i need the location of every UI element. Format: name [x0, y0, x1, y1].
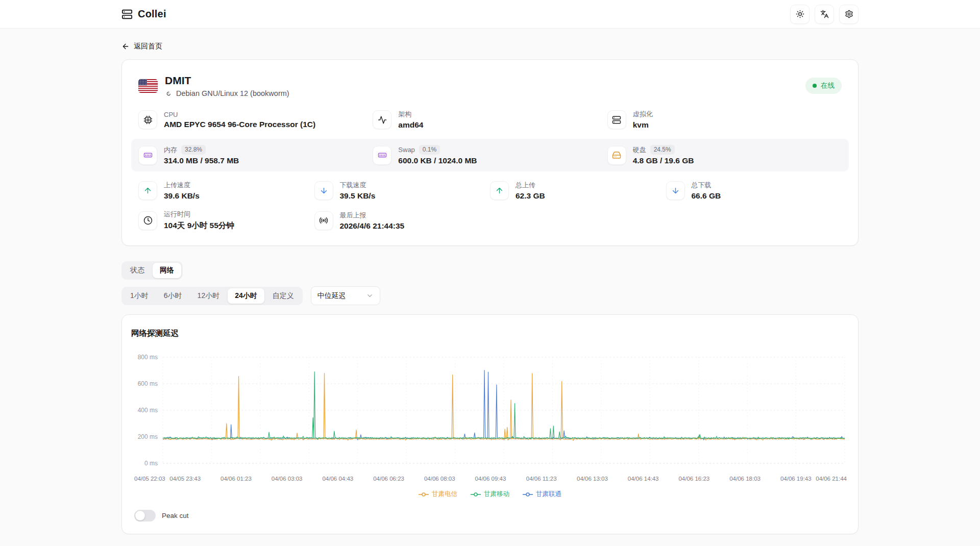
gear-icon [845, 10, 853, 18]
legend-item[interactable]: 甘肃电信 [419, 490, 457, 499]
x-tick-label: 04/06 21:44 [816, 476, 847, 482]
view-tabs: 状态 网络 [121, 261, 183, 280]
x-tick-label: 04/06 09:43 [475, 476, 506, 482]
settings-button[interactable] [839, 5, 859, 24]
series-line [163, 370, 845, 440]
clock-icon [138, 211, 157, 230]
tab-status[interactable]: 状态 [123, 263, 152, 278]
memory-percent-badge: 32.8% [181, 145, 206, 155]
svg-text:600 ms: 600 ms [138, 380, 158, 387]
disk-percent-badge: 24.5% [650, 145, 675, 155]
metric-select-value: 中位延迟 [317, 291, 346, 301]
legend-marker-icon [419, 492, 429, 497]
x-tick-label: 04/06 13:03 [577, 476, 608, 482]
latency-chart-card: 网络探测延迟 0 ms200 ms400 ms600 ms800 ms 04/0… [121, 314, 859, 534]
time-range-1h[interactable]: 1小时 [123, 288, 156, 304]
sun-icon [796, 10, 804, 18]
ram-icon [373, 146, 391, 165]
peak-cut-label: Peak cut [162, 512, 189, 519]
arrow-up-icon [138, 181, 157, 200]
x-tick-label: 04/06 11:23 [526, 476, 557, 482]
online-dot-icon [813, 84, 817, 88]
legend-marker-icon [471, 492, 481, 497]
time-range-6h[interactable]: 6小时 [157, 288, 189, 304]
stat-total-upload: 总上传 62.3 GB [490, 181, 666, 201]
svg-text:400 ms: 400 ms [138, 407, 158, 414]
status-badge: 在线 [805, 78, 842, 94]
x-tick-label: 04/06 18:03 [729, 476, 761, 482]
chevron-down-icon [366, 292, 374, 300]
x-tick-label: 04/05 22:03 [134, 476, 165, 482]
legend-item[interactable]: 甘肃联通 [523, 490, 561, 499]
time-range-12h[interactable]: 12小时 [190, 288, 227, 304]
peak-cut-toggle[interactable] [134, 510, 156, 522]
server-card: DMIT Debian GNU/Linux 12 (bookworm) 在线 C… [121, 59, 859, 246]
back-home-link[interactable]: 返回首页 [121, 42, 162, 51]
svg-text:200 ms: 200 ms [138, 433, 158, 440]
cpu-icon [138, 110, 157, 129]
stat-swap: Swap0.1% 600.0 KB / 1024.0 MB [373, 145, 607, 165]
brand-name: Collei [138, 8, 166, 20]
stat-cpu: CPU AMD EPYC 9654 96-Core Processor (1C) [138, 110, 373, 130]
server-os: Debian GNU/Linux 12 (bookworm) [176, 89, 289, 97]
x-axis-labels: 04/05 22:0304/05 23:4304/06 01:2304/06 0… [134, 475, 847, 483]
ram-icon [138, 146, 157, 165]
language-button[interactable] [815, 5, 834, 24]
stat-total-download: 总下载 66.6 GB [666, 181, 842, 201]
app-header: Collei [0, 0, 980, 29]
us-flag-icon [138, 79, 158, 93]
legend-marker-icon [523, 492, 533, 497]
toggle-knob-icon [135, 511, 145, 520]
x-tick-label: 04/06 16:23 [678, 476, 709, 482]
arrow-down-icon [666, 181, 685, 200]
metric-select[interactable]: 中位延迟 [311, 286, 380, 305]
stat-arch: 架构 amd64 [373, 110, 607, 130]
x-tick-label: 04/06 19:43 [780, 476, 812, 482]
x-tick-label: 04/06 04:43 [322, 476, 353, 482]
status-label: 在线 [821, 81, 835, 90]
legend-item[interactable]: 甘肃移动 [471, 490, 509, 499]
arrow-left-icon [121, 42, 130, 51]
memory-band: 内存32.8% 314.0 MB / 958.7 MB Swap0.1% 600… [131, 139, 849, 171]
stat-memory: 内存32.8% 314.0 MB / 958.7 MB [138, 145, 373, 165]
broadcast-icon [314, 211, 333, 230]
time-range-custom[interactable]: 自定义 [265, 288, 301, 304]
arrow-up-icon [490, 181, 509, 200]
stat-upload-speed: 上传速度 39.6 KB/s [138, 181, 314, 201]
chart-title: 网络探测延迟 [131, 328, 846, 339]
legend-label: 甘肃联通 [536, 490, 561, 499]
x-tick-label: 04/06 08:03 [424, 476, 455, 482]
theme-toggle-button[interactable] [790, 5, 810, 24]
svg-text:0 ms: 0 ms [144, 460, 158, 467]
swap-percent-badge: 0.1% [419, 145, 440, 155]
latency-chart[interactable]: 0 ms200 ms400 ms600 ms800 ms [134, 352, 847, 475]
brand[interactable]: Collei [121, 8, 166, 20]
arrow-down-icon [314, 181, 333, 200]
stat-uptime: 运行时间 104天 9小时 55分钟 [138, 210, 314, 231]
stat-last-report: 最后上报 2026/4/6 21:44:35 [314, 210, 491, 231]
server-stack-icon [121, 9, 133, 20]
x-tick-label: 04/06 14:43 [628, 476, 659, 482]
stat-virtualization: 虚拟化 kvm [607, 110, 842, 130]
x-tick-label: 04/06 06:23 [373, 476, 404, 482]
svg-text:800 ms: 800 ms [138, 354, 158, 361]
stat-download-speed: 下载速度 39.5 KB/s [314, 181, 491, 201]
time-range-24h[interactable]: 24小时 [228, 288, 264, 304]
debian-icon [165, 90, 173, 97]
chart-legend: 甘肃电信甘肃移动甘肃联通 [134, 490, 846, 499]
activity-icon [373, 110, 391, 129]
stat-disk: 硬盘24.5% 4.8 GB / 19.6 GB [607, 145, 842, 165]
server-icon [607, 110, 626, 129]
back-link-label: 返回首页 [134, 42, 162, 51]
x-tick-label: 04/05 23:43 [169, 476, 201, 482]
legend-label: 甘肃移动 [484, 490, 509, 499]
server-name: DMIT [165, 74, 289, 87]
legend-label: 甘肃电信 [432, 490, 457, 499]
tab-network[interactable]: 网络 [153, 263, 181, 278]
translate-icon [820, 10, 829, 18]
x-tick-label: 04/06 03:03 [272, 476, 303, 482]
x-tick-label: 04/06 01:23 [220, 476, 252, 482]
hard-drive-icon [607, 146, 626, 165]
time-range-tabs: 1小时 6小时 12小时 24小时 自定义 [121, 287, 303, 305]
